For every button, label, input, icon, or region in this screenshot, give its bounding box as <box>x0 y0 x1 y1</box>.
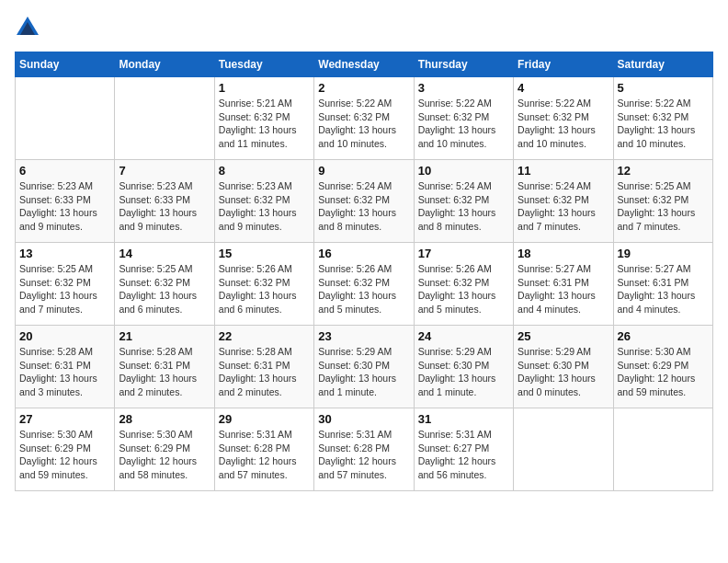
calendar-cell: 8Sunrise: 5:23 AM Sunset: 6:32 PM Daylig… <box>214 160 313 243</box>
day-number: 30 <box>318 412 409 426</box>
day-info: Sunrise: 5:25 AM Sunset: 6:32 PM Dayligh… <box>19 262 110 316</box>
day-info: Sunrise: 5:28 AM Sunset: 6:31 PM Dayligh… <box>219 345 310 399</box>
calendar-cell: 19Sunrise: 5:27 AM Sunset: 6:31 PM Dayli… <box>613 243 712 326</box>
calendar-cell: 14Sunrise: 5:25 AM Sunset: 6:32 PM Dayli… <box>115 243 214 326</box>
weekday-header: Friday <box>514 52 613 77</box>
day-number: 29 <box>219 412 310 426</box>
day-info: Sunrise: 5:28 AM Sunset: 6:31 PM Dayligh… <box>119 345 210 399</box>
day-number: 25 <box>518 329 609 343</box>
day-info: Sunrise: 5:26 AM Sunset: 6:32 PM Dayligh… <box>418 262 509 316</box>
calendar-header: SundayMondayTuesdayWednesdayThursdayFrid… <box>16 52 713 77</box>
weekday-header: Tuesday <box>214 52 313 77</box>
weekday-header: Thursday <box>414 52 513 77</box>
calendar-cell <box>16 77 115 160</box>
calendar-cell: 6Sunrise: 5:23 AM Sunset: 6:33 PM Daylig… <box>16 160 115 243</box>
calendar-cell: 7Sunrise: 5:23 AM Sunset: 6:33 PM Daylig… <box>115 160 214 243</box>
day-info: Sunrise: 5:24 AM Sunset: 6:32 PM Dayligh… <box>518 179 609 234</box>
day-info: Sunrise: 5:27 AM Sunset: 6:31 PM Dayligh… <box>518 262 609 316</box>
day-info: Sunrise: 5:25 AM Sunset: 6:32 PM Dayligh… <box>618 179 709 234</box>
calendar-cell: 29Sunrise: 5:31 AM Sunset: 6:28 PM Dayli… <box>214 408 313 491</box>
calendar-cell: 16Sunrise: 5:26 AM Sunset: 6:32 PM Dayli… <box>314 243 414 326</box>
day-info: Sunrise: 5:22 AM Sunset: 6:32 PM Dayligh… <box>318 97 409 151</box>
day-number: 17 <box>418 247 509 260</box>
calendar-week-row: 13Sunrise: 5:25 AM Sunset: 6:32 PM Dayli… <box>16 243 713 326</box>
day-info: Sunrise: 5:26 AM Sunset: 6:32 PM Dayligh… <box>318 262 409 316</box>
day-info: Sunrise: 5:24 AM Sunset: 6:32 PM Dayligh… <box>418 179 509 234</box>
calendar-week-row: 1Sunrise: 5:21 AM Sunset: 6:32 PM Daylig… <box>16 77 713 160</box>
day-number: 2 <box>318 81 409 95</box>
day-number: 5 <box>618 81 709 95</box>
calendar-cell: 28Sunrise: 5:30 AM Sunset: 6:29 PM Dayli… <box>115 408 214 491</box>
day-number: 10 <box>418 164 509 178</box>
day-number: 3 <box>418 81 509 95</box>
day-number: 28 <box>119 412 210 426</box>
day-info: Sunrise: 5:23 AM Sunset: 6:32 PM Dayligh… <box>219 179 310 234</box>
day-number: 1 <box>219 81 310 95</box>
day-number: 26 <box>618 329 709 343</box>
logo-icon <box>15 15 40 40</box>
calendar-cell: 18Sunrise: 5:27 AM Sunset: 6:31 PM Dayli… <box>514 243 613 326</box>
calendar-cell: 5Sunrise: 5:22 AM Sunset: 6:32 PM Daylig… <box>613 77 712 160</box>
day-number: 15 <box>219 247 310 260</box>
calendar-cell: 30Sunrise: 5:31 AM Sunset: 6:28 PM Dayli… <box>314 408 414 491</box>
calendar-cell: 4Sunrise: 5:22 AM Sunset: 6:32 PM Daylig… <box>514 77 613 160</box>
day-info: Sunrise: 5:27 AM Sunset: 6:31 PM Dayligh… <box>618 262 709 316</box>
calendar-cell <box>514 408 613 491</box>
calendar-cell: 1Sunrise: 5:21 AM Sunset: 6:32 PM Daylig… <box>214 77 313 160</box>
calendar-cell: 3Sunrise: 5:22 AM Sunset: 6:32 PM Daylig… <box>414 77 513 160</box>
day-info: Sunrise: 5:22 AM Sunset: 6:32 PM Dayligh… <box>518 97 609 151</box>
day-number: 12 <box>618 164 709 178</box>
day-number: 24 <box>418 329 509 343</box>
calendar-cell: 21Sunrise: 5:28 AM Sunset: 6:31 PM Dayli… <box>115 326 214 408</box>
calendar-week-row: 20Sunrise: 5:28 AM Sunset: 6:31 PM Dayli… <box>16 326 713 408</box>
day-number: 19 <box>618 247 709 260</box>
day-info: Sunrise: 5:23 AM Sunset: 6:33 PM Dayligh… <box>119 179 210 234</box>
calendar-cell: 10Sunrise: 5:24 AM Sunset: 6:32 PM Dayli… <box>414 160 513 243</box>
day-info: Sunrise: 5:29 AM Sunset: 6:30 PM Dayligh… <box>518 345 609 399</box>
day-number: 31 <box>418 412 509 426</box>
day-number: 21 <box>119 329 210 343</box>
page-header <box>15 15 713 40</box>
day-info: Sunrise: 5:22 AM Sunset: 6:32 PM Dayligh… <box>618 97 709 151</box>
logo <box>15 15 44 40</box>
weekday-header: Sunday <box>16 52 115 77</box>
calendar-cell: 13Sunrise: 5:25 AM Sunset: 6:32 PM Dayli… <box>16 243 115 326</box>
calendar-cell: 15Sunrise: 5:26 AM Sunset: 6:32 PM Dayli… <box>214 243 313 326</box>
day-info: Sunrise: 5:28 AM Sunset: 6:31 PM Dayligh… <box>19 345 110 399</box>
calendar-cell: 20Sunrise: 5:28 AM Sunset: 6:31 PM Dayli… <box>16 326 115 408</box>
weekday-header: Wednesday <box>314 52 414 77</box>
calendar-cell: 17Sunrise: 5:26 AM Sunset: 6:32 PM Dayli… <box>414 243 513 326</box>
calendar-cell: 31Sunrise: 5:31 AM Sunset: 6:27 PM Dayli… <box>414 408 513 491</box>
day-number: 14 <box>119 247 210 260</box>
day-info: Sunrise: 5:23 AM Sunset: 6:33 PM Dayligh… <box>19 179 110 234</box>
day-number: 20 <box>19 329 110 343</box>
calendar-cell: 12Sunrise: 5:25 AM Sunset: 6:32 PM Dayli… <box>613 160 712 243</box>
day-info: Sunrise: 5:22 AM Sunset: 6:32 PM Dayligh… <box>418 97 509 151</box>
day-number: 22 <box>219 329 310 343</box>
calendar-cell: 27Sunrise: 5:30 AM Sunset: 6:29 PM Dayli… <box>16 408 115 491</box>
day-number: 6 <box>19 164 110 178</box>
day-number: 13 <box>19 247 110 260</box>
calendar-week-row: 27Sunrise: 5:30 AM Sunset: 6:29 PM Dayli… <box>16 408 713 491</box>
day-number: 4 <box>518 81 609 95</box>
day-info: Sunrise: 5:29 AM Sunset: 6:30 PM Dayligh… <box>418 345 509 399</box>
calendar-cell: 24Sunrise: 5:29 AM Sunset: 6:30 PM Dayli… <box>414 326 513 408</box>
calendar-cell: 2Sunrise: 5:22 AM Sunset: 6:32 PM Daylig… <box>314 77 414 160</box>
calendar-week-row: 6Sunrise: 5:23 AM Sunset: 6:33 PM Daylig… <box>16 160 713 243</box>
day-info: Sunrise: 5:24 AM Sunset: 6:32 PM Dayligh… <box>318 179 409 234</box>
calendar-cell: 26Sunrise: 5:30 AM Sunset: 6:29 PM Dayli… <box>613 326 712 408</box>
day-number: 27 <box>19 412 110 426</box>
day-info: Sunrise: 5:21 AM Sunset: 6:32 PM Dayligh… <box>219 97 310 151</box>
calendar-cell <box>115 77 214 160</box>
day-number: 11 <box>518 164 609 178</box>
calendar-cell: 11Sunrise: 5:24 AM Sunset: 6:32 PM Dayli… <box>514 160 613 243</box>
day-info: Sunrise: 5:25 AM Sunset: 6:32 PM Dayligh… <box>119 262 210 316</box>
day-number: 18 <box>518 247 609 260</box>
calendar-cell: 22Sunrise: 5:28 AM Sunset: 6:31 PM Dayli… <box>214 326 313 408</box>
day-info: Sunrise: 5:30 AM Sunset: 6:29 PM Dayligh… <box>19 428 110 482</box>
day-info: Sunrise: 5:31 AM Sunset: 6:27 PM Dayligh… <box>418 428 509 482</box>
calendar-cell <box>613 408 712 491</box>
calendar-cell: 25Sunrise: 5:29 AM Sunset: 6:30 PM Dayli… <box>514 326 613 408</box>
weekday-header: Saturday <box>613 52 712 77</box>
calendar-cell: 23Sunrise: 5:29 AM Sunset: 6:30 PM Dayli… <box>314 326 414 408</box>
